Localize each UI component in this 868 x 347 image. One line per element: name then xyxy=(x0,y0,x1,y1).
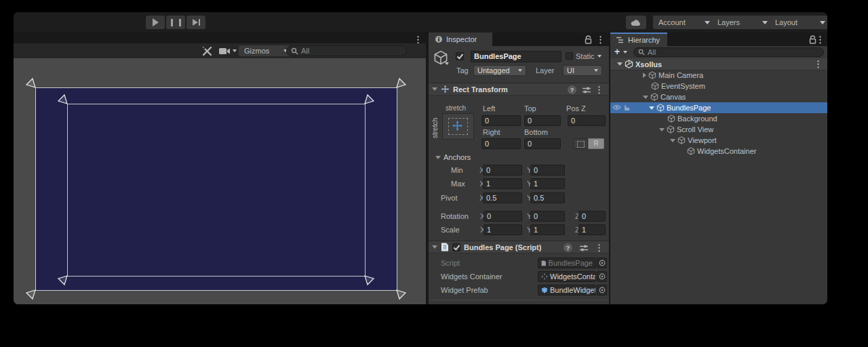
script-field[interactable]: BundlesPage xyxy=(538,258,596,268)
anchor-presets-button[interactable] xyxy=(442,113,474,140)
layers-dropdown[interactable]: Layers xyxy=(712,16,773,29)
anchors-foldout-icon[interactable] xyxy=(435,156,441,159)
foldout-expanded-icon[interactable] xyxy=(643,96,648,99)
visibility-eye-icon[interactable] xyxy=(612,104,621,110)
hierarchy-item-canvas[interactable]: Canvas xyxy=(610,91,827,102)
foldout-collapsed-icon[interactable] xyxy=(643,73,646,78)
posz-field[interactable]: 0 xyxy=(568,115,606,126)
help-icon[interactable]: ? xyxy=(564,243,572,252)
unity-scene-icon xyxy=(625,60,633,68)
component-menu-kebab-icon[interactable] xyxy=(598,243,600,252)
hierarchy-item-bundlespage-selected[interactable]: BundlesPage xyxy=(610,102,827,113)
hierarchy-search-input[interactable]: All xyxy=(633,47,824,57)
anchors-label[interactable]: Anchors xyxy=(443,153,471,161)
tab-hierarchy[interactable]: Hierarchy xyxy=(610,33,667,46)
scale-x-field[interactable]: 1 xyxy=(484,224,522,235)
scene-menu-kebab-icon[interactable] xyxy=(817,60,819,68)
gameobject-name-field[interactable]: BundlesPage xyxy=(471,51,561,62)
foldout-expanded-icon[interactable] xyxy=(432,87,437,91)
rotation-y-field[interactable]: 0 xyxy=(530,211,565,222)
inspector-divider xyxy=(429,300,609,300)
lock-icon[interactable] xyxy=(809,35,816,44)
inspector-menu-kebab-icon[interactable] xyxy=(599,35,601,44)
hierarchy-item-background[interactable]: Background xyxy=(610,113,827,124)
presets-icon[interactable] xyxy=(579,244,589,252)
object-picker-icon[interactable] xyxy=(597,271,607,282)
blueprint-mode-button[interactable] xyxy=(573,138,588,149)
account-dropdown[interactable]: Account xyxy=(653,16,715,29)
rotation-z-field[interactable]: 0 xyxy=(578,211,606,222)
static-flags-caret-icon[interactable] xyxy=(597,55,601,58)
widgets-container-field[interactable]: WidgetsContaine xyxy=(538,271,596,282)
object-picker-icon[interactable] xyxy=(597,285,607,295)
step-button[interactable] xyxy=(186,16,205,29)
rect-transform-header[interactable]: Rect Transform ? xyxy=(429,83,609,96)
hierarchy-item-widgetscontainer[interactable]: WidgetsContainer xyxy=(610,146,827,157)
gameobject-cube-icon xyxy=(656,104,665,112)
canvas-rect-gizmos[interactable] xyxy=(14,58,426,304)
gameobject-icon-caret[interactable] xyxy=(445,62,449,65)
bottom-label: Bottom xyxy=(524,128,548,136)
scale-y-field[interactable]: 1 xyxy=(530,224,565,235)
scene-camera-icon[interactable] xyxy=(219,47,231,55)
scene-search-placeholder: All xyxy=(301,47,309,55)
gizmos-label: Gizmos xyxy=(244,47,269,55)
create-caret-icon[interactable] xyxy=(623,51,627,54)
static-checkbox[interactable] xyxy=(566,52,573,60)
rotation-x-field[interactable]: 0 xyxy=(484,211,522,222)
right-field[interactable]: 0 xyxy=(481,138,521,149)
tool-settings-icon[interactable] xyxy=(202,46,212,56)
bottom-field[interactable]: 0 xyxy=(524,138,561,149)
gizmos-dropdown[interactable]: Gizmos xyxy=(239,45,293,56)
pickability-hand-icon[interactable] xyxy=(623,104,630,111)
cloud-services-button[interactable] xyxy=(626,16,646,29)
left-field[interactable]: 0 xyxy=(481,115,521,126)
hierarchy-item-eventsystem[interactable]: EventSystem xyxy=(610,81,827,91)
layout-dropdown[interactable]: Layout xyxy=(770,16,827,29)
pause-button[interactable] xyxy=(166,16,185,29)
hierarchy-item-main-camera[interactable]: Main Camera xyxy=(610,70,827,81)
anchors-max-x-field[interactable]: 1 xyxy=(483,178,522,189)
hierarchy-menu-kebab-icon[interactable] xyxy=(819,35,821,44)
scene-viewport[interactable] xyxy=(14,58,426,304)
hierarchy-item-viewport[interactable]: Viewport xyxy=(610,135,827,146)
camera-dropdown-caret-icon[interactable] xyxy=(233,49,237,52)
anchors-min-x-field[interactable]: 0 xyxy=(483,165,522,176)
scene-search-input[interactable]: All xyxy=(286,45,407,56)
hierarchy-item-scroll-view[interactable]: Scroll View xyxy=(610,124,827,135)
rect-transform-icon xyxy=(541,273,548,280)
foldout-expanded-icon[interactable] xyxy=(670,139,675,142)
layout-label: Layout xyxy=(775,18,797,26)
play-button[interactable] xyxy=(146,16,165,29)
foldout-expanded-icon[interactable] xyxy=(659,128,665,131)
scene-view-panel: Gizmos All xyxy=(14,33,426,304)
object-picker-icon[interactable] xyxy=(597,258,607,268)
anchors-max-y-field[interactable]: 1 xyxy=(530,178,565,189)
foldout-expanded-icon[interactable] xyxy=(617,62,623,66)
scale-z-field[interactable]: 1 xyxy=(578,224,606,235)
foldout-expanded-icon[interactable] xyxy=(432,245,437,249)
lock-icon[interactable] xyxy=(585,35,592,44)
component-menu-kebab-icon[interactable] xyxy=(598,85,600,94)
foldout-expanded-icon[interactable] xyxy=(649,106,654,110)
layer-dropdown[interactable]: UI xyxy=(563,65,602,76)
hierarchy-scene-row[interactable]: Xsollus xyxy=(610,58,827,70)
tag-dropdown[interactable]: Untagged xyxy=(473,65,526,76)
scale-label: Scale xyxy=(441,226,460,234)
create-button[interactable]: + xyxy=(614,46,620,57)
script-enabled-checkbox[interactable] xyxy=(452,243,460,251)
tab-inspector[interactable]: Inspector xyxy=(429,33,492,46)
inspector-tabbar: Inspector xyxy=(429,33,609,46)
gameobject-active-checkbox[interactable] xyxy=(456,52,464,60)
pivot-y-field[interactable]: 0.5 xyxy=(530,192,565,203)
widgets-container-value: WidgetsContaine xyxy=(550,272,596,281)
help-icon[interactable]: ? xyxy=(568,85,576,94)
pivot-x-field[interactable]: 0.5 xyxy=(483,192,522,203)
widget-prefab-field[interactable]: BundleWidget xyxy=(538,285,596,295)
script-component-header[interactable]: Bundles Page (Script) ? xyxy=(429,241,609,253)
scene-name-label: Xsollus xyxy=(635,60,662,68)
anchors-min-y-field[interactable]: 0 xyxy=(530,165,565,176)
presets-icon[interactable] xyxy=(582,86,591,94)
raw-edit-mode-button[interactable]: R xyxy=(588,138,604,149)
top-field[interactable]: 0 xyxy=(524,115,561,126)
